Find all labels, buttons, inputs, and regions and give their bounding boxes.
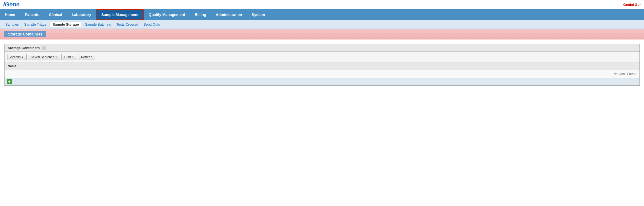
top-bar: iGene Genial Ger bbox=[0, 0, 644, 9]
saved-searches-button[interactable]: Saved Searches ▼ bbox=[28, 54, 60, 60]
nav-item-billing[interactable]: Billing bbox=[190, 9, 211, 20]
sub-nav: Samples Sample Triage Sample Storage Sam… bbox=[0, 20, 644, 29]
print-button[interactable]: Print ▼ bbox=[61, 54, 77, 60]
add-row: + bbox=[5, 78, 639, 85]
actions-button[interactable]: Actions ▼ bbox=[7, 54, 27, 60]
sub-nav-send-outs[interactable]: Send Outs bbox=[142, 22, 162, 27]
nav-item-administration[interactable]: Administration bbox=[211, 9, 247, 20]
sub-nav-samples[interactable]: Samples bbox=[3, 22, 21, 27]
page-header-bar: Storage Containers bbox=[0, 29, 644, 39]
sub-nav-sample-storage[interactable]: Sample Storage bbox=[50, 22, 82, 27]
nav-item-home[interactable]: Home bbox=[0, 9, 20, 20]
add-item-button[interactable]: + bbox=[7, 79, 12, 84]
nav-item-system[interactable]: System bbox=[247, 9, 270, 20]
nav-item-sample-management[interactable]: Sample Management bbox=[96, 9, 144, 20]
sub-nav-tests-ordered[interactable]: Tests Ordered bbox=[114, 22, 140, 27]
saved-searches-dropdown-arrow: ▼ bbox=[55, 56, 57, 58]
saved-searches-label: Saved Searches bbox=[31, 55, 54, 59]
no-items-row: No Items Found bbox=[5, 70, 639, 78]
storage-containers-section: Storage Containers - Actions ▼ Saved Sea… bbox=[4, 44, 640, 86]
toolbar: Actions ▼ Saved Searches ▼ Print ▼ Refre… bbox=[5, 52, 639, 63]
page-header-title: Storage Containers bbox=[4, 31, 46, 37]
section-title: Storage Containers bbox=[8, 46, 40, 50]
main-nav: Home Patients Clinical Laboratory Sample… bbox=[0, 9, 644, 20]
print-dropdown-arrow: ▼ bbox=[72, 56, 74, 58]
nav-item-laboratory[interactable]: Laboratory bbox=[67, 9, 96, 20]
actions-dropdown-arrow: ▼ bbox=[21, 56, 24, 58]
nav-item-clinical[interactable]: Clinical bbox=[44, 9, 67, 20]
add-cell: + bbox=[5, 78, 639, 85]
refresh-button[interactable]: Refresh bbox=[78, 54, 95, 60]
user-info: Genial Ger bbox=[623, 3, 641, 7]
collapse-button[interactable]: - bbox=[42, 46, 46, 50]
nav-item-patients[interactable]: Patients bbox=[20, 9, 44, 20]
refresh-label: Refresh bbox=[81, 55, 92, 59]
actions-label: Actions bbox=[10, 55, 21, 59]
main-content: Storage Containers - Actions ▼ Saved Sea… bbox=[0, 39, 644, 90]
nav-item-quality-management[interactable]: Quality Management bbox=[144, 9, 190, 20]
column-name: Name bbox=[5, 63, 639, 70]
sub-nav-sample-triage[interactable]: Sample Triage bbox=[22, 22, 49, 27]
section-header: Storage Containers - bbox=[5, 44, 639, 52]
table-header-row: Name bbox=[5, 63, 639, 70]
app-logo: iGene bbox=[3, 1, 19, 8]
sub-nav-sample-batching[interactable]: Sample Batching bbox=[83, 22, 113, 27]
no-items-text: No Items Found bbox=[5, 70, 639, 78]
print-label: Print bbox=[64, 55, 71, 59]
data-table: Name No Items Found + bbox=[5, 63, 639, 85]
